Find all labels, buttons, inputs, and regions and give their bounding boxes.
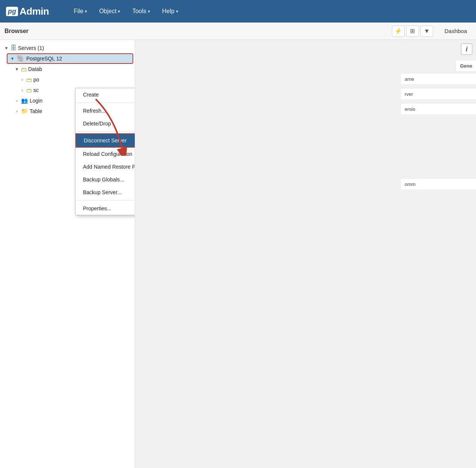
- server-row: rver: [401, 89, 476, 100]
- postgres-label: PostgreSQL 12: [26, 56, 62, 62]
- main-content: ▼ 🗄 Servers (1) ▼ 🐘 PostgreSQL 12 ▼ 🗃 Da…: [0, 40, 476, 468]
- tablespace-expand: ›: [14, 109, 20, 113]
- db2-label: sc: [33, 87, 39, 93]
- context-menu-disconnect[interactable]: Disconnect Server: [75, 133, 135, 148]
- browser-toolbar: Browser ⚡ ⊞ ▼ Dashboa: [0, 23, 476, 40]
- login-label: Login: [30, 98, 42, 104]
- tablespace-icon: 📁: [21, 108, 28, 115]
- db2-expand: ›: [20, 88, 25, 92]
- top-nav-bar: pg Admin File ▾ Object ▾ Tools ▾ Help ▾: [0, 0, 476, 23]
- comment-partial: omm: [405, 181, 416, 187]
- servers-label: Servers (1): [18, 45, 44, 51]
- nav-menu: File ▾ Object ▾ Tools ▾ Help ▾: [69, 5, 182, 18]
- postgres-row[interactable]: ▼ 🐘 PostgreSQL 12: [7, 53, 133, 64]
- context-menu-refresh[interactable]: Refresh...: [75, 104, 135, 117]
- right-panel: i Gene ame rver ersio omm: [135, 40, 476, 468]
- db1-row[interactable]: › 🗃 po: [17, 74, 133, 85]
- databases-label: Datab: [28, 66, 42, 72]
- filter-button[interactable]: ▼: [420, 26, 433, 37]
- context-menu-properties[interactable]: Properties...: [75, 202, 135, 215]
- divider-3: [75, 200, 135, 201]
- databases-expand: ▼: [14, 67, 20, 71]
- version-partial: ersio: [405, 106, 415, 112]
- comment-row: omm: [401, 179, 476, 190]
- context-menu-overlay: Create › Refresh... Delete/Drop Disconne…: [75, 88, 135, 215]
- context-menu-backup-server[interactable]: Backup Server...: [75, 186, 135, 199]
- login-icon: 👥: [21, 97, 28, 104]
- divider-1: [75, 103, 135, 103]
- context-menu-restore-point[interactable]: Add Named Restore Point...: [75, 160, 135, 173]
- context-menu-create[interactable]: Create ›: [75, 88, 135, 101]
- nav-file[interactable]: File ▾: [69, 5, 92, 18]
- postgres-icon: 🐘: [17, 54, 25, 63]
- name-row: ame: [401, 74, 476, 85]
- server-partial: rver: [405, 91, 413, 97]
- version-row: ersio: [401, 104, 476, 115]
- nav-help[interactable]: Help ▾: [158, 5, 183, 18]
- browser-title: Browser: [5, 28, 388, 35]
- logo-box: pg: [6, 7, 18, 16]
- logo-pg: pg: [8, 8, 16, 15]
- general-section-label: Gene: [456, 60, 476, 71]
- context-menu-delete[interactable]: Delete/Drop: [75, 117, 135, 130]
- info-icon[interactable]: i: [461, 44, 472, 55]
- logo-admin: Admin: [20, 6, 49, 17]
- grid-button[interactable]: ⊞: [406, 26, 419, 37]
- servers-expand: ▼: [4, 46, 9, 50]
- flash-button[interactable]: ⚡: [392, 26, 405, 37]
- divider-2: [75, 131, 135, 132]
- file-arrow: ▾: [85, 9, 87, 14]
- context-menu-backup-globals[interactable]: Backup Globals...: [75, 173, 135, 186]
- db1-expand: ›: [20, 77, 25, 82]
- tablespace-label: Table: [30, 108, 42, 114]
- object-arrow: ▾: [118, 9, 120, 14]
- db2-icon: 🗃: [26, 87, 32, 94]
- general-label: Gene: [460, 63, 472, 69]
- toolbar-icons: ⚡ ⊞ ▼: [392, 26, 433, 37]
- context-menu: Create › Refresh... Delete/Drop Disconne…: [75, 88, 135, 215]
- dashboard-tab: Dashboa: [440, 28, 471, 34]
- db1-icon: 🗃: [26, 77, 32, 83]
- servers-icon: 🗄: [11, 45, 17, 51]
- nav-object[interactable]: Object ▾: [95, 5, 125, 18]
- name-partial: ame: [405, 76, 414, 82]
- servers-row[interactable]: ▼ 🗄 Servers (1): [2, 43, 133, 53]
- postgres-expand: ▼: [10, 56, 15, 61]
- browser-panel: ▼ 🗄 Servers (1) ▼ 🐘 PostgreSQL 12 ▼ 🗃 Da…: [0, 40, 135, 468]
- tools-arrow: ▾: [148, 9, 150, 14]
- help-arrow: ▾: [176, 9, 178, 14]
- logo-area: pg Admin: [6, 6, 49, 17]
- login-expand: ›: [14, 98, 20, 103]
- nav-tools[interactable]: Tools ▾: [128, 5, 154, 18]
- databases-row[interactable]: ▼ 🗃 Datab: [12, 64, 133, 74]
- databases-icon: 🗃: [21, 66, 27, 72]
- context-menu-reload[interactable]: Reload Configuration: [75, 148, 135, 160]
- db1-label: po: [33, 77, 39, 83]
